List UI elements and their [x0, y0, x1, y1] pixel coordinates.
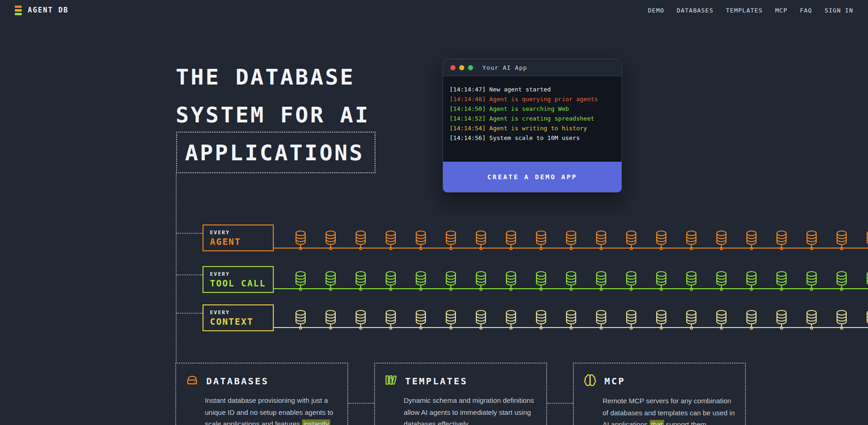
database-icon-node — [565, 230, 577, 252]
terminal-titlebar: Your AI App — [443, 59, 622, 76]
database-icon-node — [415, 310, 427, 332]
database-icon — [866, 310, 868, 330]
log-timestamp: [14:14:52] — [449, 115, 486, 122]
database-icon-node — [505, 230, 517, 252]
terminal-log-area: [14:14:47] New agent started[14:14:48] A… — [443, 76, 622, 162]
database-icon — [625, 310, 637, 330]
log-timestamp: [14:14:48] — [449, 96, 486, 103]
database-icon — [565, 230, 577, 250]
nav-item-databases[interactable]: DATABASES — [677, 7, 713, 14]
database-icon-node — [565, 310, 577, 332]
database-icon — [325, 271, 337, 291]
database-icon — [535, 271, 547, 291]
database-icon-node — [776, 310, 788, 332]
terminal-log-line: [14:14:47] New agent started — [449, 85, 615, 94]
database-icon — [745, 230, 757, 250]
nav-item-sign-in[interactable]: SIGN IN — [825, 7, 853, 14]
database-icon-node — [866, 230, 868, 252]
nav-item-mcp[interactable]: MCP — [775, 7, 787, 14]
terminal-log-line: [14:14:50] Agent is searching Web — [449, 104, 615, 114]
database-icon-node — [685, 230, 697, 252]
card-description: Remote MCP servers for any combination o… — [603, 395, 736, 425]
create-demo-app-button[interactable]: CREATE A DEMO APP — [443, 162, 622, 192]
nav-item-templates[interactable]: TEMPLATES — [726, 7, 763, 14]
card-description: Instant database provisioning with just … — [205, 395, 338, 425]
database-icon-node — [445, 310, 457, 332]
page: AGENT DB DEMODATABASESTEMPLATESMCPFAQSIG… — [0, 0, 868, 425]
log-text: System scale to 10M users — [489, 134, 580, 141]
brand-name: AGENT DB — [28, 6, 68, 14]
database-icon — [836, 230, 848, 250]
close-traffic-light-icon[interactable] — [450, 65, 456, 70]
maximize-traffic-light-icon[interactable] — [468, 65, 473, 70]
database-icon-node — [295, 271, 307, 293]
database-icon — [776, 230, 788, 250]
nav-item-faq[interactable]: FAQ — [800, 7, 812, 14]
database-icon — [355, 271, 367, 291]
database-icon — [505, 310, 517, 330]
terminal-log-line: [14:14:52] Agent is creating spreadsheet — [449, 114, 615, 123]
database-icon-node — [385, 230, 397, 252]
database-icon-node — [385, 271, 397, 293]
nav-item-demo[interactable]: DEMO — [648, 7, 664, 14]
log-text: New agent started — [489, 86, 551, 93]
database-icon-node — [745, 310, 757, 332]
database-icon — [385, 310, 397, 330]
database-icon-node — [415, 271, 427, 293]
database-icon — [445, 310, 457, 330]
database-icon-node — [715, 230, 727, 252]
database-icon-node — [655, 230, 667, 252]
database-icon-node — [836, 310, 848, 332]
database-icon-node — [295, 230, 307, 252]
database-icon-node — [866, 271, 868, 293]
database-icon-node — [836, 271, 848, 293]
database-icon — [836, 271, 848, 291]
database-icon-node — [535, 230, 547, 252]
database-icon-node — [776, 271, 788, 293]
database-icon — [475, 230, 487, 250]
card-text: support them. — [664, 420, 708, 425]
database-icon-node — [806, 310, 818, 332]
database-icon — [355, 230, 367, 250]
card-header: DATABASES — [176, 364, 347, 388]
row-prefix-label: EVERY — [210, 310, 273, 316]
logo-bar — [15, 13, 22, 15]
database-icon — [595, 230, 607, 250]
database-icon — [806, 230, 818, 250]
database-icon-node — [475, 310, 487, 332]
row-prefix-label: EVERY — [210, 230, 273, 236]
database-icon — [595, 271, 607, 291]
terminal-window: Your AI App [14:14:47] New agent started… — [443, 59, 622, 193]
database-icon-node — [625, 310, 637, 332]
database-icon-node — [685, 310, 697, 332]
card-text: . — [330, 420, 332, 425]
minimize-traffic-light-icon[interactable] — [459, 65, 464, 70]
feature-card-databases: DATABASESInstant database provisioning w… — [175, 363, 348, 425]
database-icon-node — [505, 271, 517, 293]
database-icon — [715, 310, 727, 330]
database-icon-node — [625, 230, 637, 252]
database-icon-node — [325, 230, 337, 252]
database-icon — [295, 310, 307, 330]
navbar: AGENT DB DEMODATABASESTEMPLATESMCPFAQSIG… — [0, 0, 868, 20]
log-text: Agent is searching Web — [489, 105, 569, 112]
row-label-box-agent: EVERYAGENT — [203, 225, 274, 251]
database-icon — [715, 271, 727, 291]
log-text: Agent is creating spreadsheet — [489, 115, 594, 122]
database-icon — [866, 271, 868, 291]
database-icon-node — [445, 271, 457, 293]
card-header: MCP — [574, 364, 745, 389]
row-label-box-context: EVERYCONTEXT — [203, 304, 274, 331]
brain-icon — [584, 374, 597, 387]
database-icon — [445, 271, 457, 291]
database-icon-node — [355, 271, 367, 293]
database-icon — [595, 310, 607, 330]
database-icon-node — [745, 271, 757, 293]
row-main-label: TOOL CALL — [210, 278, 273, 288]
books-icon — [385, 374, 397, 388]
log-timestamp: [14:14:54] — [449, 125, 486, 132]
database-icon — [655, 271, 667, 291]
database-icon — [295, 230, 307, 250]
logo-icon — [15, 6, 22, 15]
brand[interactable]: AGENT DB — [15, 6, 68, 15]
